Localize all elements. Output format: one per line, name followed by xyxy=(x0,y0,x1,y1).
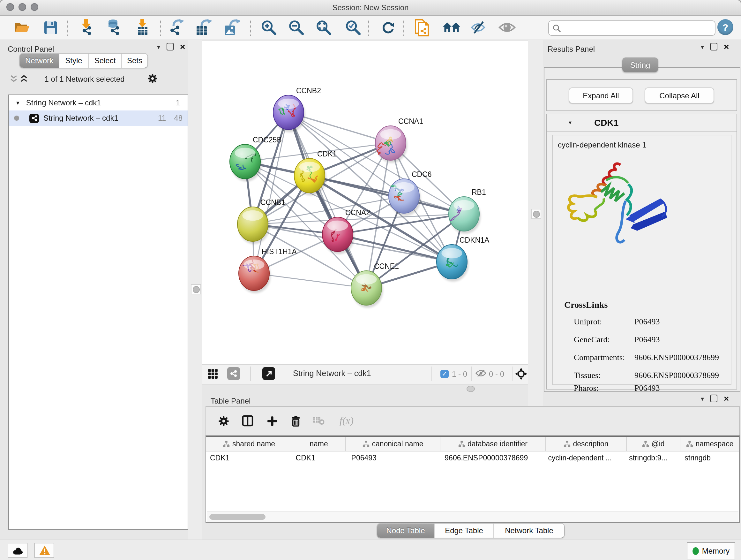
cell-canonical-name[interactable]: P06493 xyxy=(345,451,439,466)
function-builder-button-disabled[interactable]: f(x) xyxy=(336,413,357,429)
cell-shared-name[interactable]: CDK1 xyxy=(206,451,289,466)
cell-name[interactable]: CDK1 xyxy=(289,451,345,466)
home-button[interactable] xyxy=(442,18,461,37)
tab-select[interactable]: Select xyxy=(88,54,121,68)
node-CDK1[interactable] xyxy=(294,159,326,195)
edge-CCNB2-CCNE1[interactable] xyxy=(288,112,366,288)
memory-button[interactable]: Memory xyxy=(687,542,735,559)
gene-section-header[interactable]: ▾ CDK1 xyxy=(547,114,737,132)
cell-namespace[interactable]: stringdb xyxy=(678,451,739,466)
section-collapse-icon[interactable]: ▾ xyxy=(569,119,571,126)
tab-edge-table[interactable]: Edge Table xyxy=(434,523,493,538)
open-session-button[interactable] xyxy=(13,18,32,37)
edge-CDK1-RB1[interactable] xyxy=(310,176,464,214)
tab-network[interactable]: Network xyxy=(20,54,59,68)
save-session-button[interactable] xyxy=(41,18,60,37)
hidden-toggle[interactable] xyxy=(475,369,486,377)
node-HIST1H1A[interactable] xyxy=(239,256,271,293)
panel-close-icon[interactable]: × xyxy=(724,395,729,401)
tab-network-table[interactable]: Network Table xyxy=(493,523,564,538)
horizontal-scrollbar[interactable] xyxy=(207,511,738,522)
panel-close-icon[interactable]: × xyxy=(724,44,729,50)
create-column-button[interactable] xyxy=(264,413,280,429)
expand-all-button[interactable]: Expand All xyxy=(569,87,633,104)
node-CCNB2[interactable] xyxy=(273,95,305,132)
column-header[interactable]: canonical name xyxy=(346,437,441,451)
export-table-button[interactable] xyxy=(194,18,213,37)
zoom-selected-button[interactable] xyxy=(343,18,362,37)
column-header[interactable]: description xyxy=(546,437,627,451)
crosslink-link[interactable]: P06493 xyxy=(634,317,660,327)
right-splitter-handle[interactable] xyxy=(531,209,541,219)
zoom-in-button[interactable] xyxy=(259,18,278,37)
crosslink-link[interactable]: 9606.ENSP00000378699 xyxy=(634,353,719,363)
fit-content-button[interactable] xyxy=(515,368,527,380)
network-collection-row[interactable]: ▼ String Network – cdk1 1 xyxy=(9,95,188,111)
string-style-button[interactable] xyxy=(227,367,240,380)
node-CCNA1[interactable] xyxy=(375,126,407,163)
panel-collapse-icon[interactable]: ▾ xyxy=(157,43,160,50)
scrollbar-thumb[interactable] xyxy=(209,514,266,520)
table-options-button[interactable] xyxy=(215,413,232,429)
column-header[interactable]: name xyxy=(292,437,346,451)
panel-collapse-icon[interactable]: ▾ xyxy=(701,395,704,402)
zoom-out-button[interactable] xyxy=(286,18,306,37)
tab-node-table[interactable]: Node Table xyxy=(377,523,434,538)
delete-table-button-disabled[interactable] xyxy=(310,413,327,429)
tree-expanded-icon[interactable]: ▼ xyxy=(15,100,20,106)
table-row[interactable]: CDK1 CDK1 P06493 9606.ENSP00000378699 cy… xyxy=(206,451,739,466)
crosslink-link[interactable]: P06493 xyxy=(634,334,660,345)
node-CDC25B[interactable] xyxy=(230,144,262,181)
open-in-browser-button[interactable] xyxy=(262,367,275,380)
show-columns-button[interactable] xyxy=(239,413,256,429)
column-header[interactable]: @id xyxy=(627,437,680,451)
cell-id[interactable]: stringdb:9... xyxy=(623,451,678,466)
zoom-fit-button[interactable] xyxy=(314,18,333,37)
network-row-selected[interactable]: String Network – cdk1 11 48 xyxy=(9,111,188,126)
node-RB1[interactable] xyxy=(449,197,481,234)
node-CDKN1A[interactable] xyxy=(436,245,468,282)
expand-all-networks-button[interactable] xyxy=(20,75,28,83)
export-network-button[interactable] xyxy=(166,18,186,37)
network-canvas[interactable]: CCNB2CCNA1CDC25BCDK1CDC6RB1CCNB1CCNA2CDK… xyxy=(202,41,528,364)
tab-sets[interactable]: Sets xyxy=(121,54,147,68)
crosslink-link[interactable]: 9606.ENSP00000378699 xyxy=(634,370,719,381)
collapse-all-button[interactable]: Collapse All xyxy=(645,87,714,104)
refresh-layout-button[interactable] xyxy=(379,18,398,37)
show-all-button[interactable] xyxy=(497,18,516,37)
selected-nodes-checkbox[interactable]: ✓ xyxy=(441,370,449,378)
import-table-from-file-button[interactable] xyxy=(133,18,152,37)
column-header[interactable]: database identifier xyxy=(441,437,546,451)
panel-close-icon[interactable]: × xyxy=(180,44,185,50)
results-tab-string[interactable]: String xyxy=(622,57,658,72)
string-query-button[interactable] xyxy=(413,18,432,37)
cloud-status-button[interactable] xyxy=(8,543,27,558)
help-button[interactable]: ? xyxy=(718,19,733,35)
export-image-button[interactable] xyxy=(222,18,241,37)
panel-float-icon[interactable] xyxy=(711,43,718,51)
crosslink-link[interactable]: P06493 xyxy=(634,383,660,393)
import-network-from-file-button[interactable] xyxy=(77,18,96,37)
horizontal-splitter-handle[interactable] xyxy=(467,386,475,392)
column-header[interactable]: shared name xyxy=(206,437,292,451)
collapse-all-networks-button[interactable] xyxy=(10,75,18,83)
birdseye-grid-button[interactable] xyxy=(207,368,218,379)
panel-collapse-icon[interactable]: ▾ xyxy=(701,43,704,50)
search-input[interactable] xyxy=(563,23,711,33)
import-network-from-database-button[interactable] xyxy=(104,18,123,37)
node-CCNA2[interactable] xyxy=(322,217,354,254)
node-CCNE1[interactable] xyxy=(351,271,383,308)
column-header[interactable]: namespace xyxy=(680,437,739,451)
edge-CCNE1-HIST1H1A[interactable] xyxy=(254,273,366,288)
node-CDC6[interactable] xyxy=(389,179,421,216)
hide-selected-button[interactable] xyxy=(469,18,488,37)
tab-style[interactable]: Style xyxy=(59,54,88,68)
panel-float-icon[interactable] xyxy=(166,43,174,51)
network-options-button[interactable] xyxy=(147,73,158,84)
delete-column-button[interactable] xyxy=(287,413,304,429)
left-splitter-handle[interactable] xyxy=(191,284,201,294)
cell-description[interactable]: cyclin-dependent ... xyxy=(542,451,623,466)
warnings-button[interactable] xyxy=(35,543,54,558)
panel-float-icon[interactable] xyxy=(711,395,718,402)
cell-database-identifier[interactable]: 9606.ENSP00000378699 xyxy=(438,451,542,466)
